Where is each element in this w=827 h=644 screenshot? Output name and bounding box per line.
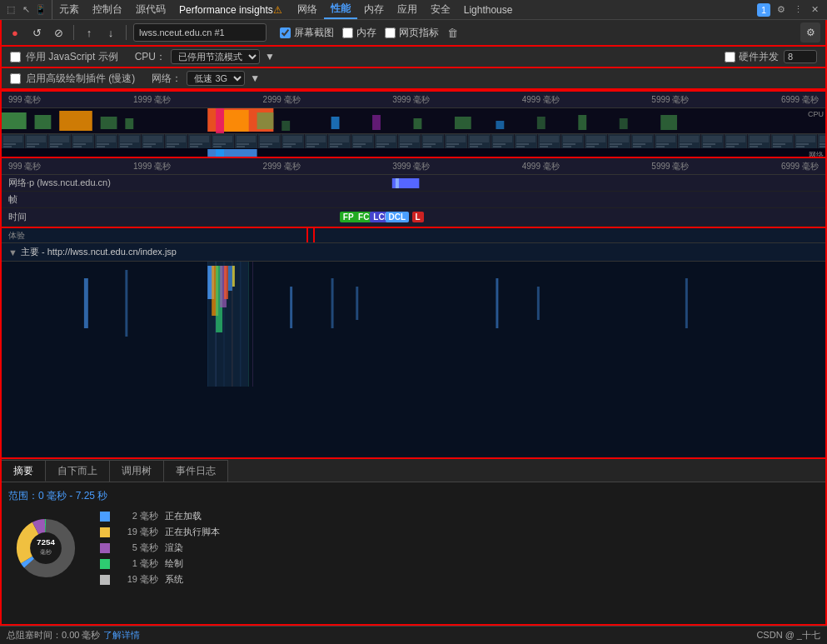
svg-rect-24 — [207, 149, 257, 157]
svg-text:毫秒: 毫秒 — [40, 548, 52, 556]
svg-rect-49 — [496, 278, 498, 328]
settings-icon[interactable]: ⚙ — [775, 4, 787, 16]
disable-js-option[interactable]: 停用 JavaScript 示例 — [10, 50, 118, 64]
system-label: 系统 — [165, 573, 183, 586]
learn-more-link[interactable]: 了解详情 — [103, 630, 140, 640]
hardware-label[interactable]: 硬件并发 — [725, 50, 779, 64]
screenshot-checkbox[interactable]: 屏幕截图 — [280, 26, 334, 40]
hardware-option: 硬件并发 — [725, 50, 817, 64]
menu-elements[interactable]: 元素 — [52, 0, 86, 19]
scripting-color — [100, 527, 110, 537]
status-idle: 总阻塞时间：0.00 毫秒 了解详情 — [7, 629, 140, 642]
paint-plugin-option[interactable]: 启用高级绘制插件 (慢速) — [10, 72, 135, 86]
menu-right: 1 ⚙ ⋮ ✕ — [757, 3, 827, 17]
inspect-icon[interactable]: ↖ — [20, 4, 32, 16]
svg-rect-0 — [2, 112, 27, 129]
svg-rect-3 — [101, 117, 117, 129]
menu-network[interactable]: 网络 — [291, 0, 324, 19]
net-label: 网络 — [809, 150, 824, 158]
rendering-label: 渲染 — [165, 542, 183, 554]
svg-rect-9 — [281, 121, 290, 131]
menu-application[interactable]: 应用 — [391, 0, 424, 19]
menu-lighthouse[interactable]: Lighthouse — [457, 0, 520, 19]
svg-rect-43 — [224, 266, 228, 299]
toolbar-settings-button[interactable]: ⚙ — [800, 22, 820, 42]
painting-color — [100, 559, 110, 569]
url-field[interactable] — [133, 23, 267, 42]
menu-items: 元素 控制台 源代码 Performance insights ⚠ 网络 性能 … — [52, 0, 757, 19]
svg-rect-27 — [396, 178, 399, 188]
close-icon[interactable]: ✕ — [809, 4, 820, 16]
separator-2 — [126, 25, 127, 40]
cpu-select[interactable]: 已停用节流模式 — [171, 49, 260, 64]
svg-rect-44 — [228, 266, 232, 291]
menu-security[interactable]: 安全 — [424, 0, 457, 19]
net-chart — [2, 148, 825, 158]
menu-performance[interactable]: 性能 — [324, 0, 357, 19]
tab-call-tree[interactable]: 调用树 — [110, 460, 164, 482]
bottom-tabs: 摘要 自下而上 调用树 事件日志 — [2, 459, 825, 482]
frame-row: 帧 — [2, 192, 825, 208]
cpu-dropdown-icon: ▼ — [265, 51, 275, 62]
webvitals-checkbox[interactable]: 网页指标 — [385, 26, 439, 40]
device-icon[interactable]: 📱 — [35, 4, 47, 16]
svg-rect-11 — [372, 115, 381, 130]
preview-label: 体验 — [8, 230, 25, 242]
svg-rect-36 — [84, 278, 88, 328]
options-row-2: 启用高级绘制插件 (慢速) 网络： 低速 3G ▼ — [0, 68, 827, 90]
svg-rect-47 — [331, 278, 334, 328]
flame-svg — [2, 262, 825, 387]
loading-value: 2 毫秒 — [117, 510, 158, 522]
hardware-input[interactable] — [784, 50, 817, 63]
menu-console[interactable]: 控制台 — [86, 0, 129, 19]
flame-header: ▼ 主要 - http://lwss.ncut.edu.cn/index.jsp — [2, 243, 825, 262]
menu-sources[interactable]: 源代码 — [129, 0, 172, 19]
summary-area: 7254 毫秒 2 毫秒 正在加载 19 毫秒 正在执行脚本 5 毫秒 — [8, 510, 819, 586]
preview-bar: 体验 — [2, 228, 825, 243]
svg-rect-23 — [2, 134, 825, 149]
network-select[interactable]: 低速 3G — [187, 71, 245, 86]
loading-label: 正在加载 — [165, 510, 202, 522]
svg-rect-13 — [455, 117, 471, 129]
legend-scripting: 19 毫秒 正在执行脚本 — [100, 526, 220, 538]
tab-event-log[interactable]: 事件日志 — [164, 460, 228, 482]
frame-label: 帧 — [8, 193, 142, 206]
legend-system: 19 毫秒 系统 — [100, 573, 220, 586]
network-ruler: 999 毫秒 1999 毫秒 2999 毫秒 3999 毫秒 4999 毫秒 5… — [2, 158, 825, 175]
record-button[interactable]: ● — [7, 24, 23, 41]
notification-badge[interactable]: 1 — [757, 3, 770, 17]
clear-button[interactable]: ⊘ — [50, 24, 67, 41]
l-badge: L — [412, 212, 424, 222]
memory-checkbox[interactable]: 内存 — [342, 26, 376, 40]
svg-rect-51 — [685, 278, 688, 328]
svg-rect-6 — [216, 108, 224, 133]
legend-rendering: 5 毫秒 渲染 — [100, 542, 220, 554]
network-bar-container — [142, 178, 819, 188]
svg-rect-14 — [496, 121, 504, 129]
reload-button[interactable]: ↺ — [28, 24, 45, 41]
frame-bar-container — [142, 195, 819, 205]
flame-content[interactable] — [2, 262, 825, 389]
collapse-icon[interactable]: ▼ — [8, 247, 17, 257]
network-section: 999 毫秒 1999 毫秒 2999 毫秒 3999 毫秒 4999 毫秒 5… — [0, 158, 827, 228]
import-button[interactable]: ↑ — [81, 24, 97, 41]
network-row: 网络·p (lwss.ncut.edu.cn) — [2, 175, 825, 192]
system-color — [100, 575, 110, 585]
export-button[interactable]: ↓ — [102, 24, 119, 41]
timing-row: 时间 FP FCP LCP DCL L — [2, 208, 825, 227]
more-icon[interactable]: ⋮ — [792, 4, 804, 16]
scripting-value: 19 毫秒 — [117, 526, 158, 538]
menu-memory[interactable]: 内存 — [357, 0, 391, 19]
menu-perf-insights[interactable]: Performance insights ⚠ — [172, 0, 291, 19]
tab-bottom-up[interactable]: 自下而上 — [46, 460, 110, 482]
svg-rect-2 — [59, 111, 92, 131]
trash-button[interactable]: 🗑 — [447, 27, 458, 39]
system-value: 19 毫秒 — [117, 573, 158, 586]
svg-rect-18 — [660, 115, 677, 130]
flame-chart-section[interactable]: ▼ 主要 - http://lwss.ncut.edu.cn/index.jsp — [2, 243, 825, 457]
rendering-value: 5 毫秒 — [117, 542, 158, 554]
separator-1 — [73, 25, 74, 40]
tab-summary[interactable]: 摘要 — [2, 460, 46, 482]
pointer-icon[interactable]: ⬚ — [5, 4, 17, 16]
cpu-label: CPU — [808, 110, 824, 118]
